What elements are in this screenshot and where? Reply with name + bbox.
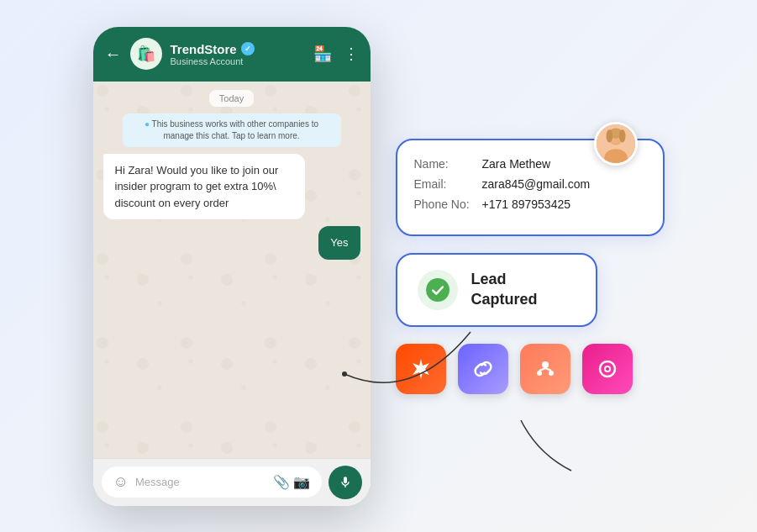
- contact-avatar: [594, 122, 638, 166]
- email-label: Email:: [414, 177, 477, 191]
- svg-point-10: [549, 371, 554, 376]
- mic-button[interactable]: [329, 466, 362, 499]
- brand-name: TrendStore ✓: [171, 42, 305, 56]
- name-value: Zara Methew: [482, 157, 551, 171]
- integrations-row: [396, 344, 633, 394]
- wa-header: ← 🛍️ TrendStore ✓ Business Account 🏪 ⋮: [93, 27, 371, 82]
- system-message[interactable]: This business works with other companies…: [123, 113, 341, 147]
- message-placeholder: Message: [135, 476, 266, 488]
- store-icon[interactable]: 🏪: [313, 45, 332, 63]
- check-icon-container: [418, 270, 458, 310]
- phone-value: +171 897953425: [482, 198, 571, 211]
- input-bar: ☺ Message 📎 📷: [93, 458, 371, 506]
- sent-message: Yes: [318, 226, 360, 260]
- tracking-icon[interactable]: [582, 344, 633, 394]
- contact-card: Name: Zara Methew Email: zara845@gmail.c…: [396, 139, 665, 236]
- name-label: Name:: [414, 157, 477, 171]
- avatar-image: [597, 124, 635, 163]
- svg-point-8: [542, 361, 549, 368]
- lead-captured-text: Lead Captured: [471, 270, 538, 309]
- zapier-icon[interactable]: [396, 344, 446, 394]
- input-icons: 📎 📷: [273, 474, 310, 490]
- attachment-icon[interactable]: 📎: [273, 474, 290, 490]
- email-row: Email: zara845@gmail.com: [414, 177, 643, 191]
- chat-area: Today This business works with other com…: [93, 82, 371, 458]
- message-input-area[interactable]: ☺ Message 📎 📷: [102, 466, 322, 498]
- email-value: zara845@gmail.com: [482, 177, 591, 191]
- phone-mockup: ← 🛍️ TrendStore ✓ Business Account 🏪 ⋮ T…: [93, 27, 371, 506]
- back-button[interactable]: ←: [105, 45, 122, 64]
- phone-label: Phone No:: [414, 198, 477, 211]
- date-badge: Today: [209, 90, 254, 107]
- hubspot-icon[interactable]: [520, 344, 570, 394]
- more-icon[interactable]: ⋮: [344, 45, 359, 63]
- svg-point-5: [606, 129, 612, 142]
- check-icon: [426, 278, 449, 302]
- svg-point-6: [618, 129, 625, 142]
- svg-point-7: [426, 278, 449, 302]
- phone-row: Phone No: +171 897953425: [414, 198, 643, 211]
- emoji-icon[interactable]: ☺: [113, 473, 129, 491]
- svg-point-15: [606, 367, 609, 371]
- contact-info: TrendStore ✓ Business Account: [171, 42, 305, 66]
- svg-point-9: [537, 371, 542, 376]
- lead-captured-card: Lead Captured: [396, 253, 597, 327]
- right-panel: Name: Zara Methew Email: zara845@gmail.c…: [396, 139, 665, 394]
- camera-icon[interactable]: 📷: [293, 474, 310, 490]
- brand-avatar: 🛍️: [130, 38, 162, 70]
- svg-line-11: [539, 368, 545, 371]
- received-message: Hi Zara! Would you like to join our insi…: [103, 154, 305, 220]
- account-type: Business Account: [171, 56, 305, 66]
- header-actions: 🏪 ⋮: [313, 45, 359, 63]
- svg-line-12: [545, 368, 551, 371]
- verified-badge: ✓: [241, 42, 255, 55]
- chain-link-icon[interactable]: [458, 344, 508, 394]
